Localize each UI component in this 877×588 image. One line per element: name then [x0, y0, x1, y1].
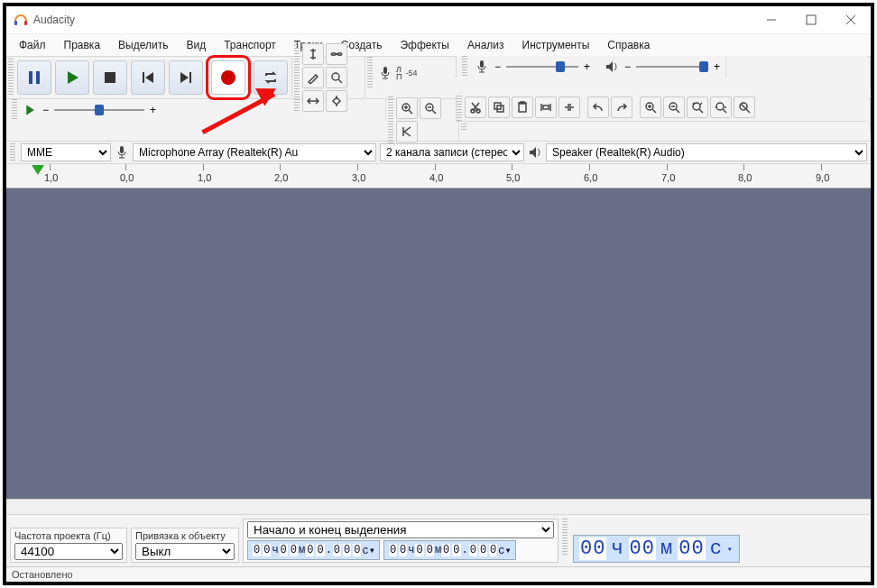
edit-toolbar [456, 96, 867, 122]
selection-start-field[interactable]: 00ч00м00.000с▾ [247, 540, 380, 560]
toolbar-grip[interactable] [562, 519, 568, 555]
ruler-label: 0,0 [120, 172, 134, 183]
toolbar-grip[interactable] [12, 99, 17, 121]
recording-device-select[interactable]: Microphone Array (Realtek(R) Au [133, 143, 376, 161]
device-toolbar: MME Microphone Array (Realtek(R) Au 2 ка… [6, 142, 871, 164]
toolbar-grip[interactable] [367, 57, 373, 89]
toolbar-grip[interactable] [388, 96, 393, 143]
recording-channels-select[interactable]: 2 канала записи (стерео) [380, 143, 524, 161]
audio-position-display[interactable]: 00ч 00м 00с▾ [573, 535, 740, 563]
paste-icon[interactable] [512, 96, 533, 118]
skip-end-button[interactable] [169, 60, 203, 95]
play-small-icon [24, 104, 37, 116]
plus-icon: + [714, 60, 720, 73]
toolbar-grip[interactable] [462, 56, 467, 78]
rec-volume-slider[interactable] [506, 60, 578, 74]
svg-marker-8 [68, 71, 78, 84]
snap-label: Привязка к объекту [135, 530, 235, 541]
playhead-marker[interactable] [32, 165, 44, 175]
play-volume-slider[interactable] [636, 60, 708, 74]
ruler-label: 5,0 [506, 172, 520, 183]
skip-start-button[interactable] [131, 60, 165, 95]
svg-rect-3 [807, 15, 816, 24]
playback-device-select[interactable]: Speaker (Realtek(R) Audio) [546, 143, 867, 161]
snap-select[interactable]: Выкл [135, 543, 235, 560]
silence-icon[interactable] [559, 96, 580, 118]
envelope-tool-icon[interactable] [326, 43, 347, 65]
selection-tool-icon[interactable] [302, 43, 324, 65]
toolbar-grip[interactable] [8, 59, 14, 96]
speaker-icon [605, 60, 619, 74]
maximize-button[interactable] [791, 6, 831, 33]
minutes-digit: 00 [629, 537, 656, 560]
project-rate-label: Частота проекта (Гц) [14, 530, 123, 541]
copy-icon[interactable] [488, 96, 510, 118]
stop-button[interactable] [93, 60, 127, 95]
svg-rect-6 [29, 71, 32, 84]
menu-view[interactable]: Вид [180, 37, 211, 53]
audio-host-select[interactable]: MME [21, 143, 111, 161]
horizontal-scrollbar[interactable] [6, 499, 871, 514]
menu-transport[interactable]: Транспорт [218, 37, 282, 53]
selection-end-field[interactable]: 00ч00м00.000с▾ [383, 540, 516, 560]
toolbar-grip[interactable] [10, 143, 15, 161]
tools-toolbar [292, 57, 365, 98]
trim-icon[interactable] [535, 96, 557, 118]
menu-bar: Файл Правка Выделить Вид Транспорт Треки… [6, 34, 871, 57]
zoom-in-icon[interactable] [396, 97, 418, 119]
pause-button[interactable] [17, 60, 51, 95]
speaker-icon [528, 145, 542, 160]
minimize-button[interactable] [752, 6, 791, 33]
svg-marker-16 [26, 106, 34, 115]
loop-button[interactable] [254, 60, 288, 95]
ruler-label: 4,0 [429, 172, 443, 183]
zoom-in-icon[interactable] [640, 96, 661, 118]
edit-toolbar-top [386, 99, 459, 141]
menu-file[interactable]: Файл [14, 37, 51, 53]
microphone-icon [115, 145, 129, 160]
record-icon [221, 70, 235, 85]
zoom-toggle-icon[interactable] [734, 96, 755, 118]
ruler-label: 6,0 [584, 172, 597, 183]
svg-marker-12 [180, 72, 189, 83]
menu-effects[interactable]: Эффекты [394, 37, 455, 53]
menu-help[interactable]: Справка [602, 37, 655, 53]
play-button[interactable] [55, 60, 89, 95]
menu-edit[interactable]: Правка [59, 37, 106, 53]
selection-panel: Начало и конец выделения 00ч00м00.000с▾ … [243, 519, 559, 563]
timeline-ruler[interactable]: 1,00,01,02,03,04,05,06,07,08,09,0 [6, 164, 871, 188]
gain-minus-icon: − [42, 104, 49, 116]
menu-select[interactable]: Выделить [113, 37, 173, 53]
zoom-out-icon[interactable] [663, 96, 685, 118]
record-highlight [206, 55, 251, 100]
toolbar-grip[interactable] [457, 96, 462, 121]
svg-rect-7 [36, 71, 40, 84]
draw-tool-icon[interactable] [302, 67, 324, 88]
cut-icon[interactable] [465, 96, 486, 118]
first-icon[interactable] [396, 121, 418, 142]
svg-rect-19 [480, 60, 484, 68]
fit-selection-icon[interactable] [687, 96, 708, 118]
ruler-label: 2,0 [274, 172, 288, 183]
meter-tick: -54 [405, 69, 417, 78]
fit-project-icon[interactable] [710, 96, 732, 118]
menu-analyze[interactable]: Анализ [462, 37, 510, 53]
close-button[interactable] [831, 6, 871, 33]
record-button[interactable] [211, 60, 245, 95]
menu-tools[interactable]: Инструменты [517, 37, 595, 53]
svg-rect-25 [521, 102, 524, 104]
svg-rect-10 [143, 72, 144, 83]
project-rate-select[interactable]: 44100 [14, 543, 123, 560]
zoom-out-icon[interactable] [420, 97, 441, 119]
app-icon [14, 13, 28, 27]
hours-digit: 00 [579, 537, 606, 560]
undo-icon[interactable] [587, 96, 609, 118]
selection-mode-select[interactable]: Начало и конец выделения [247, 521, 554, 538]
zoom-tool-icon[interactable] [326, 67, 347, 88]
svg-rect-9 [105, 72, 115, 83]
svg-rect-15 [383, 67, 387, 74]
playback-gain-slider[interactable] [54, 103, 144, 117]
svg-point-14 [332, 73, 339, 80]
tracks-area[interactable] [6, 188, 871, 499]
redo-icon[interactable] [611, 96, 632, 118]
